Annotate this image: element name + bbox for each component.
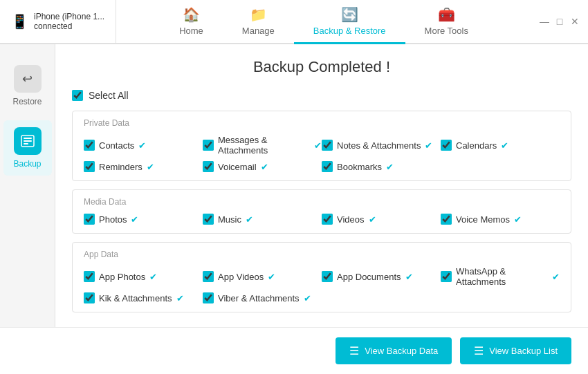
private-data-grid: Contacts ✔ Messages & Attachments ✔ Note… bbox=[84, 135, 560, 172]
device-info: 📱 iPhone (iPhone 1... connected bbox=[0, 0, 116, 43]
calendars-checkbox[interactable] bbox=[441, 140, 452, 151]
kik-check-icon: ✔ bbox=[176, 293, 184, 303]
phone-icon: 📱 bbox=[11, 13, 28, 30]
bookmarks-label: Bookmarks bbox=[337, 162, 382, 172]
videos-label: Videos bbox=[337, 214, 365, 225]
tab-more-tools-label: More Tools bbox=[425, 26, 468, 36]
photos-check-icon: ✔ bbox=[131, 214, 138, 225]
media-data-grid: Photos ✔ Music ✔ Videos ✔ bbox=[84, 214, 560, 225]
view-backup-list-button[interactable]: ☰ View Backup List bbox=[460, 337, 571, 364]
sidebar-restore-label: Restore bbox=[12, 97, 42, 106]
app-photos-checkbox[interactable] bbox=[84, 271, 95, 282]
contacts-label: Contacts bbox=[99, 140, 134, 151]
list-item: Bookmarks ✔ bbox=[322, 161, 441, 172]
list-item: Calendars ✔ bbox=[441, 135, 560, 156]
view-backup-list-label: View Backup List bbox=[489, 346, 558, 356]
notes-check-icon: ✔ bbox=[425, 140, 432, 151]
notes-checkbox[interactable] bbox=[322, 140, 333, 151]
whatsapp-checkbox[interactable] bbox=[441, 271, 452, 282]
tab-more-tools[interactable]: 🧰 More Tools bbox=[405, 0, 488, 44]
device-status: connected bbox=[34, 21, 104, 31]
sidebar-backup-label: Backup bbox=[13, 159, 41, 169]
contacts-checkbox[interactable] bbox=[84, 140, 95, 151]
reminders-label: Reminders bbox=[99, 162, 143, 172]
sidebar: ↩ Restore Backup bbox=[0, 44, 55, 327]
app-documents-checkbox[interactable] bbox=[322, 271, 333, 282]
messages-check-icon: ✔ bbox=[314, 140, 322, 151]
app-container: 📱 iPhone (iPhone 1... connected 🏠 Home 📁… bbox=[0, 0, 588, 374]
calendars-check-icon: ✔ bbox=[501, 140, 508, 151]
messages-label: Messages & Attachments bbox=[218, 135, 310, 156]
voice-memos-label: Voice Memos bbox=[456, 214, 510, 225]
music-check-icon: ✔ bbox=[246, 214, 253, 225]
list-item: Viber & Attachments ✔ bbox=[203, 292, 322, 303]
list-item: Messages & Attachments ✔ bbox=[203, 135, 322, 156]
viber-check-icon: ✔ bbox=[304, 293, 311, 303]
backup-restore-icon: 🔄 bbox=[341, 6, 358, 23]
sidebar-item-backup[interactable]: Backup bbox=[3, 120, 52, 176]
nav-tabs: 🏠 Home 📁 Manage 🔄 Backup & Restore 🧰 Mor… bbox=[116, 0, 531, 43]
tab-manage-label: Manage bbox=[242, 26, 275, 36]
sidebar-item-restore[interactable]: ↩ Restore bbox=[3, 58, 52, 113]
viber-checkbox[interactable] bbox=[203, 292, 214, 303]
tab-backup-restore[interactable]: 🔄 Backup & Restore bbox=[294, 0, 405, 44]
minimize-button[interactable]: — bbox=[540, 17, 549, 26]
list-item: Kik & Attachments ✔ bbox=[84, 292, 203, 303]
select-all-checkbox[interactable] bbox=[72, 90, 83, 101]
maximize-button[interactable]: □ bbox=[555, 17, 564, 26]
list-item: App Photos ✔ bbox=[84, 266, 203, 287]
list-item: Photos ✔ bbox=[84, 214, 203, 225]
photos-checkbox[interactable] bbox=[84, 214, 95, 225]
voice-memos-checkbox[interactable] bbox=[441, 214, 452, 225]
tab-home[interactable]: 🏠 Home bbox=[160, 0, 223, 44]
whatsapp-check-icon: ✔ bbox=[552, 272, 560, 282]
photos-label: Photos bbox=[99, 214, 127, 225]
voicemail-check-icon: ✔ bbox=[261, 162, 268, 172]
bookmarks-check-icon: ✔ bbox=[386, 162, 394, 172]
view-backup-data-button[interactable]: ☰ View Backup Data bbox=[336, 337, 452, 364]
view-backup-data-label: View Backup Data bbox=[365, 346, 438, 356]
app-data-grid: App Photos ✔ App Videos ✔ App Documents … bbox=[84, 266, 560, 303]
app-data-title: App Data bbox=[84, 250, 560, 259]
bookmarks-checkbox[interactable] bbox=[322, 161, 333, 172]
list-item: App Videos ✔ bbox=[203, 266, 322, 287]
select-all-label: Select All bbox=[89, 90, 129, 101]
manage-icon: 📁 bbox=[250, 6, 267, 23]
view-backup-data-icon: ☰ bbox=[349, 344, 359, 357]
music-checkbox[interactable] bbox=[203, 214, 214, 225]
device-text: iPhone (iPhone 1... connected bbox=[34, 12, 104, 31]
close-button[interactable]: ✕ bbox=[570, 17, 580, 26]
private-data-title: Private Data bbox=[84, 118, 560, 128]
contacts-check-icon: ✔ bbox=[138, 140, 146, 151]
app-photos-check-icon: ✔ bbox=[149, 272, 157, 282]
voice-memos-check-icon: ✔ bbox=[514, 214, 522, 225]
voicemail-label: Voicemail bbox=[218, 162, 257, 172]
tab-backup-restore-label: Backup & Restore bbox=[313, 26, 386, 36]
messages-checkbox[interactable] bbox=[203, 140, 214, 151]
home-icon: 🏠 bbox=[183, 6, 200, 23]
videos-check-icon: ✔ bbox=[369, 214, 376, 225]
app-videos-checkbox[interactable] bbox=[203, 271, 214, 282]
backup-icon bbox=[14, 127, 42, 155]
viber-label: Viber & Attachments bbox=[218, 293, 300, 303]
list-item: Voice Memos ✔ bbox=[441, 214, 560, 225]
list-item: Notes & Attachments ✔ bbox=[322, 135, 441, 156]
list-item: App Documents ✔ bbox=[322, 266, 441, 287]
more-tools-icon: 🧰 bbox=[438, 6, 455, 23]
list-item: Music ✔ bbox=[203, 214, 322, 225]
device-name: iPhone (iPhone 1... bbox=[34, 12, 104, 21]
reminders-checkbox[interactable] bbox=[84, 161, 95, 172]
list-item: Contacts ✔ bbox=[84, 135, 203, 156]
tab-manage[interactable]: 📁 Manage bbox=[223, 0, 294, 44]
select-all-row: Select All bbox=[72, 90, 571, 101]
media-data-section: Media Data Photos ✔ Music ✔ Videos bbox=[72, 189, 571, 234]
whatsapp-label: WhatsApp & Attachments bbox=[456, 266, 548, 287]
videos-checkbox[interactable] bbox=[322, 214, 333, 225]
kik-checkbox[interactable] bbox=[84, 292, 95, 303]
list-item: Reminders ✔ bbox=[84, 161, 203, 172]
svg-rect-3 bbox=[24, 143, 28, 144]
notes-label: Notes & Attachments bbox=[337, 140, 421, 151]
list-item: Videos ✔ bbox=[322, 214, 441, 225]
voicemail-checkbox[interactable] bbox=[203, 161, 214, 172]
view-backup-list-icon: ☰ bbox=[474, 344, 484, 357]
